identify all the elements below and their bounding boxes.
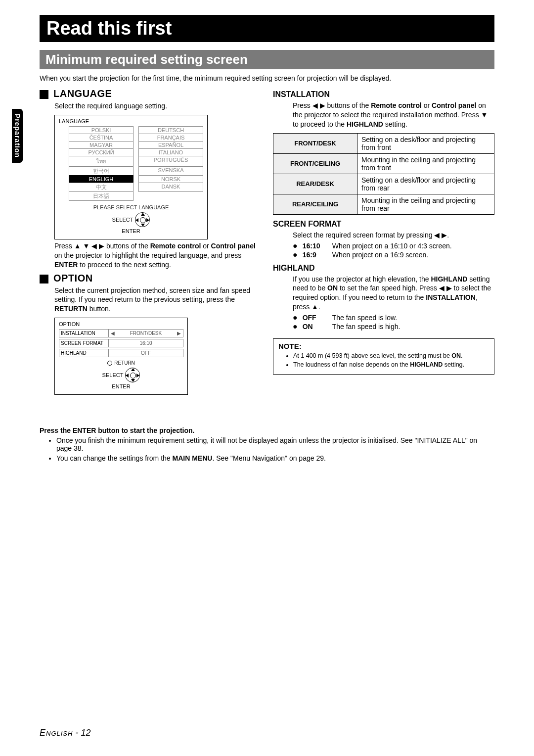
final-item: Once you finish the minimum requirement …: [56, 436, 494, 452]
lang-item[interactable]: NORSK: [138, 175, 203, 183]
enter-label: ENTER: [59, 228, 203, 234]
note-item: At 1 400 m (4 593 ft) above sea level, t…: [293, 352, 489, 359]
lang-item[interactable]: PORTUGUÊS: [138, 156, 203, 167]
lang-item[interactable]: SVENSKA: [138, 166, 203, 176]
installation-heading: INSTALLATION: [273, 90, 494, 99]
lang-item[interactable]: 日本語: [69, 191, 134, 201]
option-value: OFF: [109, 349, 183, 357]
note-item: The loudness of fan noise depends on the…: [293, 361, 489, 368]
return-label: RETURN: [114, 360, 135, 366]
option-menu-box: OPTION INSTALLATION ◀FRONT/DESK▶ SCREEN …: [54, 318, 188, 395]
option-row[interactable]: SCREEN FORMAT 16:10: [59, 339, 183, 347]
note-box: NOTE: At 1 400 m (4 593 ft) above sea le…: [273, 338, 494, 375]
lang-item[interactable]: ITALIANO: [138, 148, 203, 156]
language-menu-box: LANGUAGE POLSKI DEUTSCH ČEŠTINA FRANÇAIS…: [54, 115, 208, 239]
installation-desc: Press ◀ ▶ buttons of the Remote control …: [293, 101, 494, 129]
option-label: SCREEN FORMAT: [59, 339, 109, 347]
section-heading: Minimum required setting screen: [40, 50, 494, 69]
highland-desc: If you use the projector at high elevati…: [293, 275, 494, 312]
option-desc: Select the current projection method, sc…: [54, 286, 261, 314]
table-row: REAR/CEILINGMounting in the ceiling and …: [273, 194, 494, 214]
option-value: 16:10: [109, 339, 183, 347]
table-row: FRONT/DESKSetting on a desk/floor and pr…: [273, 133, 494, 153]
screen-format-desc: Select the required screen format by pre…: [293, 231, 494, 240]
option-row[interactable]: INSTALLATION ◀FRONT/DESK▶: [59, 329, 183, 337]
lang-item[interactable]: DEUTSCH: [138, 126, 203, 134]
page-title: Read this first: [40, 15, 494, 42]
list-item: ●OFFThe fan speed is low.: [293, 314, 494, 322]
list-item: ●ONThe fan speed is high.: [293, 323, 494, 331]
table-row: FRONT/CEILINGMounting in the ceiling and…: [273, 153, 494, 174]
lang-item[interactable]: DANSK: [138, 183, 203, 192]
lang-item[interactable]: ESPAÑOL: [138, 141, 203, 149]
list-item: ●16:9When project on a 16:9 screen.: [293, 251, 494, 259]
intro-text: When you start the projection for the fi…: [40, 74, 494, 82]
lang-item[interactable]: ไทย: [69, 156, 134, 167]
side-tab: Preparation: [12, 109, 23, 163]
page-content: Read this first Minimum required setting…: [0, 0, 534, 479]
option-label: INSTALLATION: [59, 330, 109, 337]
return-circle-icon: [107, 361, 112, 366]
lang-item[interactable]: 中文: [69, 183, 134, 192]
language-instruction: Press ▲ ▼ ◀ ▶ buttons of the Remote cont…: [54, 241, 261, 270]
language-desc: Select the required language setting.: [54, 101, 261, 111]
list-item: ●16:10When project on a 16:10 or 4:3 scr…: [293, 242, 494, 250]
select-label: SELECT: [112, 217, 134, 223]
final-item: You can change the settings from the MAI…: [56, 454, 494, 462]
select-label: SELECT: [102, 372, 124, 378]
lang-item[interactable]: FRANÇAIS: [138, 134, 203, 142]
final-heading: Press the ENTER button to start the proj…: [40, 426, 494, 434]
option-row[interactable]: HIGHLAND OFF: [59, 349, 183, 357]
bullet-square-icon: [40, 90, 48, 99]
lang-item[interactable]: 한국어: [69, 166, 134, 176]
final-block: Press the ENTER button to start the proj…: [40, 426, 494, 462]
option-value: ◀FRONT/DESK▶: [109, 330, 183, 337]
screen-format-heading: SCREEN FORMAT: [273, 220, 494, 229]
lang-item[interactable]: POLSKI: [69, 126, 134, 134]
table-row: REAR/DESKSetting on a desk/floor and pro…: [273, 174, 494, 194]
highland-heading: HIGHLAND: [273, 264, 494, 273]
option-box-title: OPTION: [59, 321, 183, 327]
right-column: INSTALLATION Press ◀ ▶ buttons of the Re…: [273, 85, 494, 397]
lang-item-selected[interactable]: ENGLIGH: [69, 175, 134, 183]
option-label: HIGHLAND: [59, 349, 109, 357]
joystick-icon: [125, 368, 140, 382]
left-column: LANGUAGE Select the required language se…: [40, 85, 261, 397]
note-heading: NOTE:: [278, 342, 489, 350]
enter-label: ENTER: [59, 383, 183, 389]
option-heading: OPTION: [53, 273, 93, 284]
language-heading: LANGUAGE: [53, 88, 112, 99]
please-select-text: PLEASE SELECT LANGUAGE: [59, 204, 203, 210]
lang-item[interactable]: ČEŠTINA: [69, 134, 134, 142]
bullet-square-icon: [40, 275, 48, 284]
language-grid: POLSKI DEUTSCH ČEŠTINA FRANÇAIS MAGYAR E…: [59, 126, 203, 200]
lang-item[interactable]: РУССКИЙ: [69, 148, 134, 156]
language-box-title: LANGUAGE: [59, 118, 203, 124]
lang-item[interactable]: MAGYAR: [69, 141, 134, 149]
installation-table: FRONT/DESKSetting on a desk/floor and pr…: [273, 133, 494, 215]
joystick-icon: [135, 212, 150, 227]
page-footer: English - 12: [40, 728, 90, 738]
